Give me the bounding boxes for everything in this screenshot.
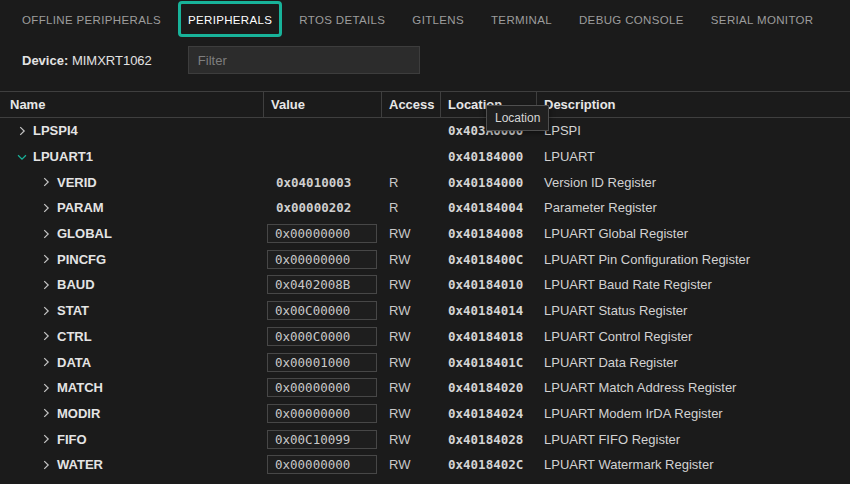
table-row[interactable]: GLOBAL 0x00000000 RW 0x40184008 LPUART G…	[0, 221, 850, 247]
register-name: GLOBAL	[57, 226, 112, 241]
value-cell: 0x04010003	[264, 175, 382, 190]
value-cell: 0x000C0000	[264, 327, 382, 346]
location-cell: 0x40184024	[441, 406, 537, 421]
description-cell: Parameter Register	[537, 200, 850, 215]
chevron-icon[interactable]	[38, 405, 54, 421]
chevron-icon[interactable]	[38, 200, 54, 216]
table-row[interactable]: WATER 0x00000000 RW 0x4018402C LPUART Wa…	[0, 452, 850, 478]
register-name: STAT	[57, 303, 89, 318]
peripheral-register-table: Name Value Access Location Description L…	[0, 91, 850, 484]
chevron-icon[interactable]	[14, 123, 30, 139]
location-cell: 0x40184018	[441, 329, 537, 344]
chevron-icon[interactable]	[38, 277, 54, 293]
description-cell: LPUART Baud Rate Register	[537, 277, 850, 292]
location-cell: 0x40184008	[441, 226, 537, 241]
value-text: 0x00000202	[267, 200, 382, 215]
register-name: CTRL	[57, 329, 92, 344]
table-row[interactable]: CTRL 0x000C0000 RW 0x40184018 LPUART Con…	[0, 324, 850, 350]
tree-name-cell: PARAM	[0, 200, 264, 216]
table-row[interactable]: VERID 0x04010003 R 0x40184000 Version ID…	[0, 169, 850, 195]
location-cell: 0x4018401C	[441, 355, 537, 370]
chevron-icon[interactable]	[38, 431, 54, 447]
panel-tab[interactable]: TERMINAL	[491, 10, 552, 28]
value-input[interactable]	[267, 404, 377, 423]
chevron-icon[interactable]	[38, 354, 54, 370]
column-header-description: Description	[537, 92, 850, 117]
panel-tab[interactable]: SERIAL MONITOR	[711, 10, 814, 28]
chevron-icon[interactable]	[38, 226, 54, 242]
value-input[interactable]	[267, 275, 377, 294]
value-cell: 0x00000000	[264, 378, 382, 397]
panel-tab[interactable]: DEBUG CONSOLE	[579, 10, 684, 28]
access-cell: RW	[382, 226, 441, 241]
tree-name-cell: STAT	[0, 303, 264, 319]
value-input[interactable]	[267, 224, 377, 243]
description-cell: LPUART Control Register	[537, 329, 850, 344]
chevron-icon[interactable]	[14, 149, 30, 165]
value-input[interactable]	[267, 455, 377, 474]
table-row[interactable]: BAUD 0x0402008B RW 0x40184010 LPUART Bau…	[0, 272, 850, 298]
description-cell: LPUART Watermark Register	[537, 457, 850, 472]
location-cell: 0x40184014	[441, 303, 537, 318]
access-cell: RW	[382, 457, 441, 472]
chevron-icon[interactable]	[38, 303, 54, 319]
chevron-icon[interactable]	[38, 457, 54, 473]
value-input[interactable]	[267, 301, 377, 320]
panel-tab[interactable]: RTOS DETAILS	[299, 10, 385, 28]
value-input[interactable]	[267, 353, 377, 372]
description-cell: LPUART Data Register	[537, 355, 850, 370]
table-row[interactable]: MODIR 0x00000000 RW 0x40184024 LPUART Mo…	[0, 401, 850, 427]
device-label: Device:	[22, 53, 68, 68]
access-cell: RW	[382, 406, 441, 421]
table-row[interactable]: MATCH 0x00000000 RW 0x40184020 LPUART Ma…	[0, 375, 850, 401]
table-row[interactable]: LPSPI4 0x403A0000 LPSPI	[0, 118, 850, 144]
chevron-icon[interactable]	[38, 380, 54, 396]
location-cell: 0x4018402C	[441, 457, 537, 472]
value-cell: 0x00000000	[264, 250, 382, 269]
tree-name-cell: PINCFG	[0, 251, 264, 267]
panel-tabbar: OFFLINE PERIPHERALS PERIPHERALS RTOS DET…	[0, 0, 850, 38]
table-row[interactable]: PINCFG 0x00000000 RW 0x4018400C LPUART P…	[0, 246, 850, 272]
tree-name-cell: VERID	[0, 174, 264, 190]
table-row[interactable]: LPUART1 0x40184000 LPUART	[0, 144, 850, 170]
value-cell: 0x00000000	[264, 224, 382, 243]
tree-name-cell: GLOBAL	[0, 226, 264, 242]
table-row[interactable]: DATA 0x00001000 RW 0x4018401C LPUART Dat…	[0, 349, 850, 375]
location-tooltip: Location	[486, 105, 549, 131]
chevron-icon[interactable]	[38, 328, 54, 344]
location-cell: 0x40184000	[441, 175, 537, 190]
value-text: 0x04010003	[267, 175, 382, 190]
table-header: Name Value Access Location Description	[0, 91, 850, 118]
device-name: MIMXRT1062	[72, 53, 152, 68]
panel-tab[interactable]: PERIPHERALS	[188, 10, 272, 28]
access-cell: RW	[382, 355, 441, 370]
filter-input[interactable]	[188, 46, 420, 74]
table-row[interactable]: FIFO 0x00C10099 RW 0x40184028 LPUART FIF…	[0, 426, 850, 452]
value-input[interactable]	[267, 327, 377, 346]
value-input[interactable]	[267, 378, 377, 397]
location-cell: 0x4018400C	[441, 252, 537, 267]
register-name: DATA	[57, 355, 91, 370]
tree-name-cell: LPSPI4	[0, 123, 264, 139]
panel-tab[interactable]: GITLENS	[412, 10, 464, 28]
access-cell: R	[382, 175, 441, 190]
value-cell: 0x00000202	[264, 200, 382, 215]
chevron-icon[interactable]	[38, 174, 54, 190]
register-name: WATER	[57, 457, 103, 472]
register-name: VERID	[57, 175, 97, 190]
register-name: BAUD	[57, 277, 95, 292]
tab-label: SERIAL MONITOR	[711, 14, 814, 26]
tree-name-cell: BAUD	[0, 277, 264, 293]
location-cell: 0x40184010	[441, 277, 537, 292]
table-row[interactable]: LPUART2 0x40188000 LPUART	[0, 478, 850, 484]
tab-label: DEBUG CONSOLE	[579, 14, 684, 26]
value-input[interactable]	[267, 430, 377, 449]
table-row[interactable]: PARAM 0x00000202 R 0x40184004 Parameter …	[0, 195, 850, 221]
chevron-icon[interactable]	[38, 251, 54, 267]
table-row[interactable]: STAT 0x00C00000 RW 0x40184014 LPUART Sta…	[0, 298, 850, 324]
tab-label: TERMINAL	[491, 14, 552, 26]
table-body: LPSPI4 0x403A0000 LPSPI LPUART1 0x401840…	[0, 118, 850, 484]
value-input[interactable]	[267, 250, 377, 269]
panel-tab[interactable]: OFFLINE PERIPHERALS	[22, 10, 161, 28]
location-cell: 0x40184004	[441, 200, 537, 215]
